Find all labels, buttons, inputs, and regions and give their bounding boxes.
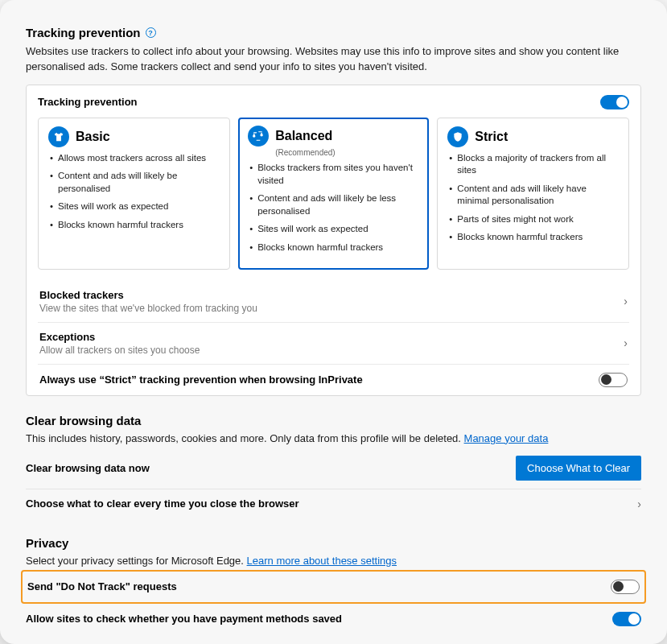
payment-check-label: Allow sites to check whether you have pa… <box>26 613 342 625</box>
tracking-prevention-heading: Tracking prevention ? <box>26 26 641 39</box>
card-basic-b1: Allows most trackers across all sites <box>48 152 220 165</box>
card-basic-b3: Sites will work as expected <box>48 200 220 213</box>
chevron-right-icon: › <box>624 336 628 349</box>
tshirt-icon <box>48 126 69 147</box>
payment-check-row: Allow sites to check whether you have pa… <box>26 604 641 634</box>
card-basic-title: Basic <box>76 130 110 144</box>
blocked-trackers-row[interactable]: Blocked trackers View the sites that we'… <box>38 281 629 322</box>
card-basic-b4: Blocks known harmful trackers <box>48 219 220 232</box>
clear-on-close-label: Choose what to clear every time you clos… <box>26 497 299 510</box>
choose-what-to-clear-button[interactable]: Choose What to Clear <box>516 456 641 481</box>
clear-on-close-row[interactable]: Choose what to clear every time you clos… <box>26 489 641 518</box>
card-strict-b2: Content and ads will likely have minimal… <box>447 183 619 208</box>
exceptions-title: Exceptions <box>39 331 200 343</box>
tracking-prevention-toggle[interactable] <box>600 95 629 109</box>
dnt-label: Send "Do Not Track" requests <box>27 580 177 592</box>
clear-desc-pre: This includes history, passwords, cookie… <box>26 432 464 444</box>
blocked-trackers-sub: View the sites that we've blocked from t… <box>39 303 257 314</box>
settings-window: Tracking prevention ? Websites use track… <box>0 0 667 644</box>
card-strict-bullets: Blocks a majority of trackers from all s… <box>447 152 619 244</box>
inprivate-strict-label: Always use “Strict” tracking prevention … <box>39 374 363 386</box>
card-balanced-title: Balanced <box>275 129 332 143</box>
shield-icon <box>447 126 468 147</box>
clear-heading-text: Clear browsing data <box>26 414 141 427</box>
card-balanced-b1: Blocks trackers from sites you haven't v… <box>248 162 419 187</box>
chevron-right-icon: › <box>624 295 628 308</box>
card-basic-b2: Content and ads will likely be personali… <box>48 170 220 195</box>
tracking-panel-head: Tracking prevention <box>38 95 629 109</box>
manage-data-link[interactable]: Manage your data <box>464 432 549 444</box>
scales-icon <box>248 126 269 147</box>
card-balanced-b3: Sites will work as expected <box>248 223 419 236</box>
dnt-toggle[interactable] <box>611 580 640 594</box>
dnt-highlight: Send "Do Not Track" requests <box>21 570 646 604</box>
privacy-learn-more-link[interactable]: Learn more about these settings <box>247 555 397 567</box>
chevron-right-icon: › <box>637 497 641 510</box>
card-basic-bullets: Allows most trackers across all sites Co… <box>48 152 220 232</box>
card-strict[interactable]: Strict Blocks a majority of trackers fro… <box>437 118 629 270</box>
card-strict-b1: Blocks a majority of trackers from all s… <box>447 152 619 177</box>
privacy-heading-text: Privacy <box>26 536 68 550</box>
privacy-desc-pre: Select your privacy settings for Microso… <box>26 555 247 567</box>
card-strict-b4: Blocks known harmful trackers <box>447 231 619 244</box>
dnt-row: Send "Do Not Track" requests <box>26 573 641 601</box>
tracking-prevention-panel: Tracking prevention Basic Allows most tr… <box>26 85 641 396</box>
card-strict-title: Strict <box>475 130 508 144</box>
card-strict-b3: Parts of sites might not work <box>447 213 619 226</box>
exceptions-row[interactable]: Exceptions Allow all trackers on sites y… <box>38 322 629 364</box>
tracking-panel-label: Tracking prevention <box>38 96 138 108</box>
card-balanced[interactable]: Balanced (Recommended) Blocks trackers f… <box>238 118 430 270</box>
card-balanced-bullets: Blocks trackers from sites you haven't v… <box>248 162 419 254</box>
card-balanced-sub: (Recommended) <box>275 148 419 157</box>
inprivate-strict-row: Always use “Strict” tracking prevention … <box>38 364 629 395</box>
card-balanced-b2: Content and ads will likely be less pers… <box>248 192 419 217</box>
privacy-heading: Privacy <box>26 536 641 550</box>
blocked-trackers-title: Blocked trackers <box>39 289 257 301</box>
card-balanced-b4: Blocks known harmful trackers <box>248 242 419 254</box>
payment-check-toggle[interactable] <box>612 612 641 626</box>
inprivate-strict-toggle[interactable] <box>599 373 628 387</box>
tracking-heading-text: Tracking prevention <box>26 26 141 39</box>
privacy-desc: Select your privacy settings for Microso… <box>26 555 641 567</box>
tracking-level-cards: Basic Allows most trackers across all si… <box>38 118 629 270</box>
exceptions-sub: Allow all trackers on sites you choose <box>39 345 200 356</box>
card-basic[interactable]: Basic Allows most trackers across all si… <box>38 118 230 270</box>
clear-data-desc: This includes history, passwords, cookie… <box>26 432 641 444</box>
help-icon[interactable]: ? <box>146 27 156 38</box>
clear-now-label: Clear browsing data now <box>26 462 150 474</box>
clear-data-heading: Clear browsing data <box>26 414 641 427</box>
clear-now-row: Clear browsing data now Choose What to C… <box>26 448 641 489</box>
tracking-description: Websites use trackers to collect info ab… <box>26 44 641 75</box>
